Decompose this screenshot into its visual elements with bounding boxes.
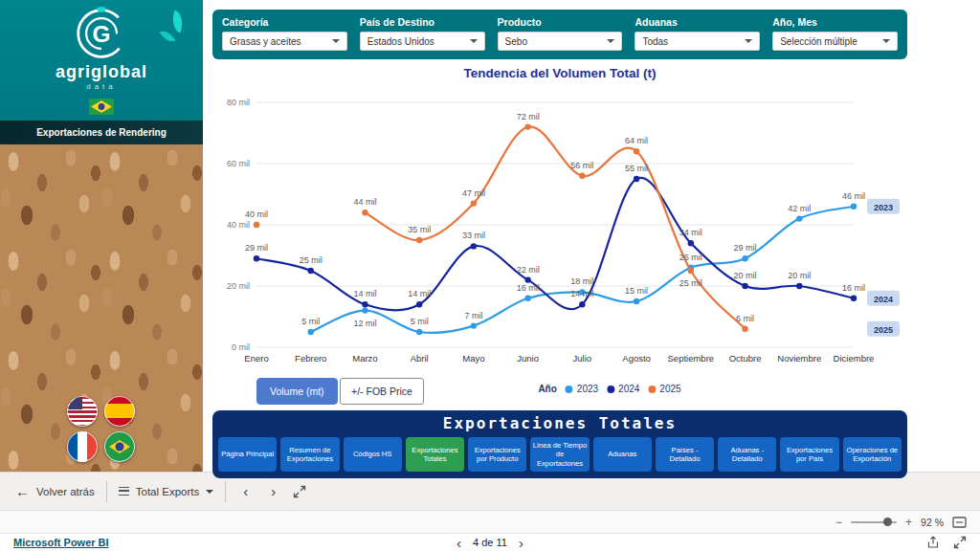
- svg-text:14 mil: 14 mil: [570, 289, 593, 298]
- svg-text:33 mil: 33 mil: [462, 231, 485, 240]
- leaf-icon: [160, 28, 176, 46]
- main-area: Categoría Grasas y aceites País de Desti…: [203, 0, 980, 472]
- svg-text:14 mil: 14 mil: [353, 289, 376, 298]
- chart-legend: Año 202320242025: [538, 384, 680, 394]
- next-page-button[interactable]: ›: [265, 483, 281, 499]
- back-button[interactable]: ← Volver atrás: [15, 484, 95, 498]
- svg-text:72 mil: 72 mil: [517, 112, 540, 121]
- toolbar-separator: [225, 481, 226, 502]
- nav-buttons: Página PrincipalResumen de Exportaciones…: [218, 437, 902, 472]
- logo-area: G: [0, 0, 203, 61]
- powerbi-report-app: G agriglobal data Exportaciones de Rende…: [0, 0, 980, 551]
- svg-text:2025: 2025: [874, 325, 893, 335]
- nav-tab[interactable]: Códigos HS: [344, 437, 402, 472]
- filter-ano-mes: Año, Mes Selección múltiple: [772, 16, 898, 51]
- legend-dot-icon: [607, 386, 614, 393]
- usa-flag-canton: [68, 397, 82, 409]
- view-label: Total Exports: [136, 486, 199, 497]
- svg-text:80 mil: 80 mil: [227, 98, 250, 107]
- volume-trend-line-chart[interactable]: 0 mil20 mil40 mil60 mil80 milEneroFebrer…: [212, 81, 907, 376]
- volume-button[interactable]: Volume (mt): [256, 378, 338, 405]
- filter-value: Estados Unidos: [368, 36, 434, 47]
- filter-pais-destino-dropdown[interactable]: Estados Unidos: [360, 32, 485, 51]
- brand-name: agriglobal: [0, 63, 203, 80]
- zoom-in-button[interactable]: +: [905, 517, 912, 528]
- nav-tab[interactable]: Exportaciones por Producto: [468, 437, 526, 472]
- svg-text:26 mil: 26 mil: [679, 253, 702, 262]
- svg-text:40 mil: 40 mil: [227, 220, 250, 230]
- svg-text:25 mil: 25 mil: [300, 255, 323, 265]
- chart-controls: Volume (mt) +/- FOB Price Año 2023202420…: [212, 377, 907, 408]
- svg-text:29 mil: 29 mil: [245, 243, 268, 253]
- svg-text:47 mil: 47 mil: [462, 188, 485, 198]
- brazil-flag-circle-icon[interactable]: [104, 431, 135, 462]
- filter-aduanas-dropdown[interactable]: Todas: [635, 32, 760, 51]
- svg-text:Marzo: Marzo: [352, 353, 377, 364]
- legend-item[interactable]: 2023: [566, 384, 598, 394]
- filter-value: Todas: [642, 36, 668, 47]
- next-report-page-button[interactable]: ›: [513, 535, 529, 551]
- diagonal-arrows-icon: [293, 485, 306, 498]
- nav-tab[interactable]: Línea de Tiempo de Exportaciones: [530, 437, 589, 472]
- sidebar: G agriglobal data Exportaciones de Rende…: [0, 0, 203, 472]
- filter-value: Selección múltiple: [780, 36, 858, 47]
- previous-page-button[interactable]: ‹: [237, 483, 254, 499]
- svg-text:55 mil: 55 mil: [625, 164, 648, 173]
- nav-tab[interactable]: Países - Detallado: [656, 437, 714, 472]
- filter-producto-dropdown[interactable]: Sebo: [498, 32, 623, 51]
- zoom-level: 92 %: [921, 517, 944, 528]
- nav-tab[interactable]: Aduanas - Detallado: [718, 437, 776, 472]
- filter-label: Año, Mes: [772, 16, 898, 28]
- zoom-slider-thumb[interactable]: [883, 518, 892, 526]
- legend-dot-icon: [648, 386, 656, 393]
- nav-tab[interactable]: Operaciones de Exportación: [843, 437, 902, 472]
- legend-label: 2023: [577, 384, 598, 394]
- fullscreen-icon: [953, 536, 967, 549]
- expand-view-button[interactable]: [293, 485, 306, 498]
- svg-text:2023: 2023: [874, 203, 893, 212]
- chevron-down-icon: [470, 39, 478, 43]
- svg-text:Diciembre: Diciembre: [834, 353, 875, 364]
- page-nav-panel: Exportaciones Totales Página PrincipalRe…: [212, 410, 907, 478]
- svg-text:18 mil: 18 mil: [570, 276, 593, 286]
- toolbar-separator: [106, 481, 107, 502]
- zoom-slider[interactable]: [851, 521, 897, 523]
- language-flags: [67, 396, 136, 462]
- usa-flag-icon[interactable]: [67, 396, 98, 427]
- legend-label: 2025: [659, 384, 680, 394]
- brazil-flag-icon: [89, 99, 114, 115]
- france-flag-icon[interactable]: [67, 431, 98, 462]
- nav-tab[interactable]: Exportaciones Totales: [406, 437, 464, 472]
- svg-text:29 mil: 29 mil: [734, 243, 757, 253]
- previous-report-page-button[interactable]: ‹: [451, 535, 467, 551]
- nav-tab[interactable]: Exportaciones por País: [780, 437, 838, 472]
- nav-tab[interactable]: Resumen de Exportaciones: [280, 437, 339, 472]
- page-navigation: ‹ 4 de 11 ›: [451, 535, 529, 551]
- spain-flag-icon[interactable]: [104, 396, 135, 427]
- legend-dot-icon: [566, 386, 573, 393]
- legend-item[interactable]: 2024: [607, 384, 639, 394]
- filter-categoria-dropdown[interactable]: Grasas y aceites: [222, 32, 347, 51]
- share-button[interactable]: [926, 536, 940, 549]
- filter-ano-mes-dropdown[interactable]: Selección múltiple: [772, 32, 898, 51]
- svg-text:46 mil: 46 mil: [842, 191, 865, 201]
- fob-price-button[interactable]: +/- FOB Price: [340, 378, 424, 405]
- nav-tab[interactable]: Página Principal: [218, 437, 277, 472]
- fullscreen-button[interactable]: [953, 536, 967, 549]
- svg-text:56 mil: 56 mil: [570, 161, 593, 170]
- zoom-out-button[interactable]: −: [835, 517, 842, 528]
- legend-item[interactable]: 2025: [648, 384, 680, 394]
- fit-to-page-button[interactable]: [952, 517, 967, 528]
- svg-text:60 mil: 60 mil: [227, 159, 250, 168]
- report-view-selector[interactable]: Total Exports: [119, 486, 213, 497]
- filter-bar: Categoría Grasas y aceites País de Desti…: [212, 10, 907, 59]
- chevron-down-icon: [607, 39, 614, 43]
- svg-text:16 mil: 16 mil: [842, 283, 865, 293]
- svg-text:Agosto: Agosto: [622, 353, 651, 364]
- nav-tab[interactable]: Aduanas: [593, 437, 652, 472]
- svg-text:44 mil: 44 mil: [353, 197, 376, 207]
- back-arrow-icon: ←: [15, 484, 30, 498]
- svg-text:7 mil: 7 mil: [464, 311, 482, 320]
- powerbi-link[interactable]: Microsoft Power BI: [13, 537, 109, 548]
- svg-text:Abril: Abril: [411, 353, 429, 364]
